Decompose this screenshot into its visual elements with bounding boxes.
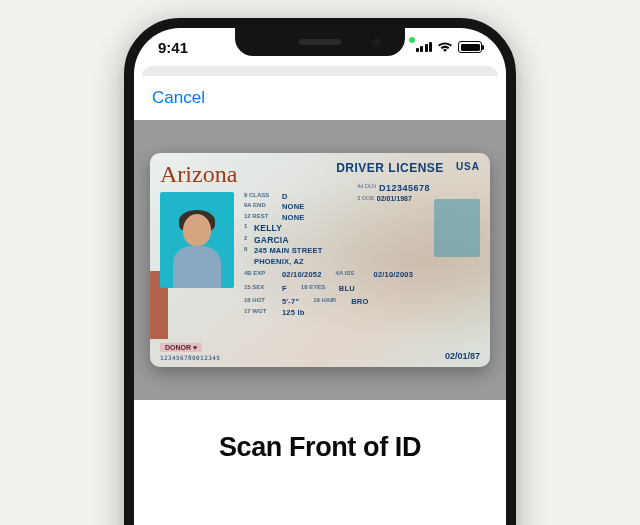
hgt-label: 16 HGT: [244, 297, 278, 306]
rest-value: NONE: [282, 213, 304, 222]
cancel-button[interactable]: Cancel: [152, 88, 205, 108]
eyes-value: BLU: [339, 284, 355, 293]
exp-value: 02/10/2052: [282, 270, 322, 279]
scan-preview-area[interactable]: Arizona DRIVER LICENSE USA 4d DLND123456…: [134, 120, 506, 400]
person-icon: [169, 208, 225, 288]
eyes-label: 18 EYES: [301, 284, 335, 293]
surname: KELLY: [254, 223, 282, 233]
hair-label: 19 HAIR: [313, 297, 347, 306]
camera-indicator-dot: [409, 37, 415, 43]
iphone-frame: 9:41 Cancel Arizona: [124, 18, 516, 525]
cellular-icon: [416, 42, 433, 52]
modal-sheet: Cancel Arizona DRIVER LICENSE USA 4d DLN…: [134, 76, 506, 525]
end-label: 9a END: [244, 202, 278, 211]
notch: [235, 28, 405, 56]
status-right: [416, 41, 483, 53]
hgt-value: 5'-7": [282, 297, 299, 306]
id-details: 9 CLASSD 9a ENDNONE 12 RESTNONE 1KELLY 2…: [244, 192, 480, 317]
hair-value: BRO: [351, 297, 368, 306]
scan-instruction: Scan Front of ID: [134, 400, 506, 463]
class-label: 9 CLASS: [244, 192, 278, 201]
rest-label: 12 REST: [244, 213, 278, 222]
exp-label: 4b EXP: [244, 270, 278, 279]
card-state: Arizona: [160, 161, 237, 188]
sheet-header: Cancel: [134, 76, 506, 120]
speaker-grille: [299, 39, 341, 45]
sex-value: F: [282, 284, 287, 293]
dob-large: 02/01/87: [445, 351, 480, 361]
given-name: GARCIA: [254, 235, 289, 245]
wgt-value: 125 lb: [282, 308, 304, 317]
wgt-label: 17 WGT: [244, 308, 278, 317]
screen: 9:41 Cancel Arizona: [134, 28, 506, 525]
donor-badge: DONOR ♥: [160, 343, 202, 352]
barcode-text: 123456789012345: [160, 354, 220, 361]
card-doc-type: DRIVER LICENSE: [336, 161, 444, 175]
end-value: NONE: [282, 202, 304, 211]
iss-label: 4a ISS: [336, 270, 370, 279]
address-line2: PHOENIX, AZ: [254, 257, 304, 266]
class-value: D: [282, 192, 288, 201]
address-line1: 245 MAIN STREET: [254, 246, 322, 255]
battery-icon: [458, 41, 482, 53]
wifi-icon: [437, 41, 453, 53]
status-time: 9:41: [158, 39, 188, 56]
sex-label: 15 SEX: [244, 284, 278, 293]
id-card: Arizona DRIVER LICENSE USA 4d DLND123456…: [150, 153, 490, 367]
id-photo: [160, 192, 234, 288]
card-country: USA: [456, 161, 480, 172]
front-camera: [372, 38, 381, 47]
iss-value: 02/10/2003: [374, 270, 414, 279]
